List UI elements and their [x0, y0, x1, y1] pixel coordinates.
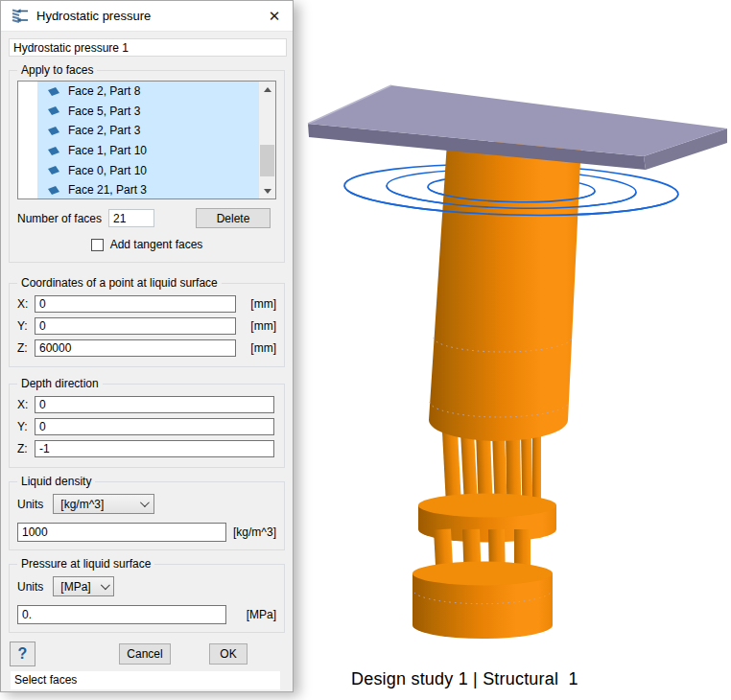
- z-axis-label: Z:: [17, 442, 35, 455]
- y-unit-label: [mm]: [236, 319, 276, 333]
- density-unit-suffix: [kg/m^3]: [226, 525, 276, 539]
- face-item-label: Face 0, Part 10: [68, 164, 147, 177]
- density-units-dropdown[interactable]: [kg/m^3]: [53, 494, 154, 514]
- face-item-label: Face 1, Part 10: [68, 144, 147, 157]
- hydrostatic-pressure-icon: [10, 8, 29, 24]
- x-unit-label: [mm]: [236, 297, 276, 311]
- status-bar: Select faces: [11, 671, 280, 689]
- pressure-unit-suffix: [MPa]: [226, 608, 276, 621]
- chevron-down-icon: [101, 580, 110, 590]
- dialog-footer: ? Cancel OK: [10, 642, 284, 666]
- density-units-value: [kg/m^3]: [60, 498, 104, 511]
- design-study-caption: Design study 1 | Structural 1: [351, 669, 578, 689]
- depth-direction-label: Depth direction: [17, 377, 103, 390]
- surface-point-y-input[interactable]: [35, 317, 236, 335]
- scrollbar[interactable]: [259, 82, 275, 198]
- load-name-input[interactable]: [9, 38, 287, 57]
- number-of-faces-value: [108, 209, 154, 227]
- scrollbar-thumb[interactable]: [260, 145, 274, 176]
- z-unit-label: [mm]: [236, 341, 276, 355]
- row-pad: [18, 102, 37, 122]
- pressure-units-value: [MPa]: [60, 580, 90, 594]
- depth-x-input[interactable]: [35, 396, 274, 413]
- face-icon: [47, 165, 60, 175]
- apply-to-faces-group: Apply to faces Face 2, Part 8 Face 5, Pa…: [9, 70, 285, 263]
- row-pad: [18, 82, 37, 102]
- face-item-label: Face 5, Part 3: [68, 105, 140, 118]
- face-icon: [47, 185, 60, 196]
- dialog-titlebar[interactable]: Hydrostatic pressure ✕: [1, 1, 293, 32]
- row-pad: [18, 141, 37, 161]
- face-list[interactable]: Face 2, Part 8 Face 5, Part 3 Face 2, Pa…: [17, 81, 276, 199]
- help-button[interactable]: ?: [10, 642, 35, 666]
- face-item-label: Face 2, Part 3: [68, 124, 140, 137]
- face-icon: [47, 126, 60, 136]
- pressure-units-dropdown[interactable]: [MPa]: [53, 576, 114, 596]
- add-tangent-faces-label: Add tangent faces: [110, 238, 203, 251]
- face-list-item[interactable]: Face 21, Part 3: [18, 180, 259, 199]
- y-axis-label: Y:: [17, 420, 35, 433]
- x-axis-label: X:: [17, 398, 35, 411]
- pile-disc-bottom: [413, 562, 553, 640]
- face-icon: [47, 105, 60, 116]
- surface-pressure-group: Pressure at liquid surface Units [MPa] […: [9, 564, 285, 633]
- delete-button[interactable]: Delete: [196, 208, 271, 228]
- depth-z-input[interactable]: [35, 440, 274, 457]
- density-value-input[interactable]: [17, 523, 226, 542]
- caisson-cylinder: [429, 142, 581, 441]
- surface-point-z-input[interactable]: [35, 339, 236, 357]
- row-pad: [18, 180, 37, 199]
- coordinates-group-label: Coordinates of a point at liquid surface: [17, 276, 222, 290]
- liquid-density-group: Liquid density Units [kg/m^3] [kg/m^3]: [9, 481, 285, 550]
- depth-y-input[interactable]: [35, 418, 274, 435]
- hydrostatic-pressure-dialog: Hydrostatic pressure ✕ Apply to faces Fa…: [0, 0, 294, 692]
- scroll-up-icon[interactable]: [259, 82, 275, 97]
- face-icon: [47, 86, 60, 97]
- deck-plate: [308, 85, 727, 170]
- surface-pressure-label: Pressure at liquid surface: [17, 557, 154, 571]
- surface-point-x-input[interactable]: [35, 295, 236, 313]
- cancel-button[interactable]: Cancel: [119, 643, 171, 665]
- face-list-item[interactable]: Face 5, Part 3: [18, 102, 259, 122]
- pressure-value-input[interactable]: [17, 605, 226, 624]
- chevron-down-icon: [140, 498, 150, 507]
- units-label: Units: [17, 580, 43, 594]
- ok-button[interactable]: OK: [209, 643, 248, 665]
- add-tangent-faces-checkbox[interactable]: [91, 239, 104, 251]
- coordinates-group: Coordinates of a point at liquid surface…: [9, 283, 285, 367]
- close-icon[interactable]: ✕: [265, 8, 284, 25]
- number-of-faces-label: Number of faces: [17, 212, 102, 225]
- row-pad: [18, 160, 37, 180]
- units-label: Units: [17, 498, 43, 511]
- app-window: Design study 1 | Structural 1 Hydrostati…: [0, 0, 731, 700]
- z-axis-label: Z:: [17, 341, 35, 355]
- x-axis-label: X:: [17, 297, 35, 311]
- face-list-item[interactable]: Face 0, Part 10: [18, 160, 259, 180]
- face-icon: [47, 146, 60, 156]
- depth-direction-group: Depth direction X: Y: Z:: [9, 384, 285, 468]
- apply-to-faces-label: Apply to faces: [17, 63, 97, 77]
- face-list-item[interactable]: Face 2, Part 3: [18, 121, 259, 141]
- face-list-item[interactable]: Face 1, Part 10: [18, 141, 259, 161]
- face-item-label: Face 2, Part 8: [68, 84, 140, 98]
- dialog-title: Hydrostatic pressure: [36, 9, 257, 23]
- face-item-label: Face 21, Part 3: [68, 183, 147, 197]
- y-axis-label: Y:: [17, 319, 35, 333]
- scroll-down-icon[interactable]: [259, 183, 275, 198]
- row-pad: [18, 121, 37, 141]
- face-list-item[interactable]: Face 2, Part 8: [18, 82, 259, 102]
- liquid-density-label: Liquid density: [17, 475, 95, 488]
